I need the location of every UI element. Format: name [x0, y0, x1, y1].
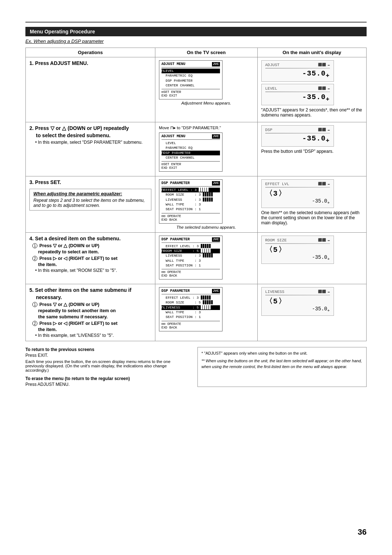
col-header-operations: Operations: [26, 48, 155, 57]
step-5-sub1: 1 Press ▽ or △ (DOWN or UP): [32, 302, 151, 307]
step-4-ud-num: -35.0+: [265, 254, 330, 262]
step-5-note: • In this example, set "LIVENESS" to "5"…: [35, 333, 151, 338]
erase-section: To erase the menu (to return to the regu…: [25, 376, 187, 387]
italic-box-title: When adjusting the parametric equalizer:: [33, 191, 147, 196]
circle-4-2: 2: [32, 256, 37, 261]
step-5-main: LIVENESS ⬛⬛ ▬ 〈5〉 -35.0+: [257, 284, 367, 341]
section-title: Menu Operating Procedure: [30, 29, 95, 34]
step-5-num: 5.: [29, 287, 35, 293]
step-4-sub2: 2 Press ▷ or ◁ (RIGHT or LEFT) to set: [32, 256, 151, 261]
tv-item-2-3: ⊓DSP PARAMETER: [162, 151, 220, 155]
step-5-sub1c: the same submenu if necessary.: [38, 314, 151, 319]
step-3-row: 3. Press SET. When adjusting the paramet…: [26, 176, 367, 232]
tv-item-2-2: PARAMETRIC EQ: [162, 146, 220, 150]
tv-item-3-4: WALL TYPE : 3: [162, 202, 220, 207]
step-1-tv-header: ADJUST MENU JVC: [162, 62, 220, 68]
bottom-notes-right: * "ADJUST" appears only when using the b…: [197, 347, 367, 387]
step-5-ud-angle: 〈5〉: [265, 296, 330, 306]
ud-divider-s3: [265, 187, 330, 188]
step-2-title2: to select the desired submenu.: [36, 132, 151, 138]
step-1-unit-display-2: LEVEL ⬛⬛ ▬ -35.0+: [261, 84, 334, 105]
tv-item-4-1: EFFECT LEVEL : 3 ▊▊▊▊▊: [162, 244, 220, 249]
step-3-ops: 3. Press SET. When adjusting the paramet…: [26, 176, 155, 232]
return-section: To return to the previous screens Press …: [25, 347, 187, 372]
tv-item-5-1: EFFECT LEVEL : 3 ▊▊▊▊▊: [162, 295, 220, 300]
step-4-main: ROOM SIZE ⬛⬛ ▬ 〈5〉 -35.0+: [257, 232, 367, 284]
tv-item-3-2: ROOM SIZE : 3 ▊▊▊▊▊: [162, 192, 220, 197]
tv-item-4-2: ⊓ROOM SIZE : 5 ▊▊▊▊▊: [162, 249, 220, 253]
tv-item-5-2: ROOM SIZE : 5 ▊▊▊▊▊: [162, 300, 220, 305]
jvc-badge-3: JVC: [212, 181, 220, 185]
step-1-tv: ADJUST MENU JVC ⊓LEVEL PARAMETRIC EQ DSP…: [155, 57, 257, 122]
step-1-row: 1. Press ADJUST MENU. ADJUST MENU JVC ⊓L…: [26, 57, 367, 122]
step-1-tv-screen: ADJUST MENU JVC ⊓LEVEL PARAMETRIC EQ DSP…: [159, 60, 222, 99]
asterisk-note-1: * "ADJUST" appears only when using the b…: [201, 350, 363, 356]
step-4-sub1b: repeatedly to select an item.: [38, 249, 151, 254]
step-4-row: 4. Set a desired item on the submenu. 1 …: [26, 232, 367, 284]
bottom-notes: To return to the previous screens Press …: [25, 347, 367, 387]
step-2-row: 2. Press ▽ or △ (DOWN or UP) repeatedly …: [26, 122, 367, 176]
step-3-title: 3. Press SET.: [29, 179, 151, 185]
step-2-tv: Move ⊓▸ to "DSP PARAMETER." ADJUST MENU …: [155, 122, 257, 176]
ud-divider-2: [265, 91, 330, 92]
step-3-unit-display: EFFECT LVL ⬛⬛ ▬ 〈3〉 -35.0+: [261, 179, 334, 208]
tv-item-4-3: LIVENESS : 3 ▊▊▊▊▊: [162, 253, 220, 258]
step-2-ud-num: -35.0+: [265, 134, 330, 144]
step-5-sub2: 2 Press ▷ or ◁ (RIGHT or LEFT) to set: [32, 321, 151, 326]
example-title: Ex. When adjusting a DSP parameter: [25, 38, 367, 44]
tv-item-2-1: LEVEL: [162, 141, 220, 146]
step-3-italic-box: When adjusting the parametric equalizer:…: [29, 189, 151, 211]
tv-item-3-1: ⊓EFFECT LEVEL : 3 ▊▊▊▊▊: [162, 188, 220, 192]
tv-item-5-3: ⊓LIVENESS : 5 ▊▊▊▊▊: [162, 305, 220, 310]
step-2-ops: 2. Press ▽ or △ (DOWN or UP) repeatedly …: [26, 122, 155, 176]
col-header-tv: On the TV screen: [155, 48, 257, 57]
ud-divider-s5: [265, 295, 330, 295]
step-1-ud-num: -35.0+: [265, 69, 330, 79]
asterisk-note-2: ** When using the buttons on the unit, t…: [201, 358, 363, 370]
step-2-tv-footer: ⊡SET ENTER EXD EXIT: [162, 161, 220, 170]
step-1-unit-display-1: ADJUST ⬛⬛ ▬ -35.0+: [261, 60, 334, 82]
step-4-num: 4.: [29, 236, 35, 241]
step-5-ud-num: -35.0+: [265, 306, 330, 313]
step-4-tv-screen: DSP PARAMETER JVC EFFECT LEVEL : 3 ▊▊▊▊▊…: [159, 236, 222, 279]
press-label: Press EXIT.: [25, 353, 48, 358]
bottom-notes-left: To return to the previous screens Press …: [25, 347, 187, 387]
step-1-num: 1.: [29, 60, 35, 66]
step-5-title: 5. Set other items on the same submenu i…: [29, 287, 151, 293]
step-3-tv-caption: The selected submenu appears.: [159, 225, 254, 229]
step-5-row: 5. Set other items on the same submenu i…: [26, 284, 367, 341]
tv-item-1-3: DSP PARAMETER: [162, 78, 220, 83]
step-4-ud-angle: 〈5〉: [265, 245, 330, 254]
main-table: Operations On the TV screen On the main …: [25, 48, 367, 341]
return-title: To return to the previous screens: [25, 347, 187, 352]
step-3-num: 3.: [29, 179, 35, 185]
step-5-sub2b: the item.: [38, 327, 151, 332]
tv-item-1-4: CENTER CHANNEL: [162, 83, 220, 88]
tv-item-2-4: CENTER CHANNEL: [162, 155, 220, 160]
step-4-note: • In this example, set "ROOM SIZE" to "5…: [35, 268, 151, 273]
step-3-ud-angle: 〈3〉: [265, 188, 330, 198]
circle-5-1: 1: [32, 302, 37, 307]
jvc-badge-5: JVC: [212, 289, 220, 293]
circle-5-2: 2: [32, 321, 37, 326]
step-5-tv: DSP PARAMETER JVC EFFECT LEVEL : 3 ▊▊▊▊▊…: [155, 284, 257, 341]
step-1-ud-num2: -35.0+: [265, 93, 330, 103]
step-3-tv-footer: ⊡⊡ OPERATE EXD BACK: [162, 213, 220, 222]
step-2-main-text: Press the button until "DSP" appears.: [261, 149, 363, 154]
step-1-ops: 1. Press ADJUST MENU.: [26, 57, 155, 122]
step-5-sub1b: repeatedly to select another item on: [38, 308, 151, 313]
tv-item-5-5: SEAT POSITION : 1: [162, 315, 220, 319]
step-2-move-text: Move ⊓▸ to "DSP PARAMETER.": [159, 125, 254, 130]
step-5-tv-screen: DSP PARAMETER JVC EFFECT LEVEL : 3 ▊▊▊▊▊…: [159, 287, 222, 331]
jvc-badge-1: JVC: [212, 62, 220, 66]
circle-4-1: 1: [32, 243, 37, 248]
tv-item-5-4: WALL TYPE : 3: [162, 310, 220, 315]
section-header: Menu Operating Procedure: [25, 27, 367, 36]
step-3-ud-num: -35.0+: [265, 198, 330, 205]
step-5-unit-display: LIVENESS ⬛⬛ ▬ 〈5〉 -35.0+: [261, 287, 334, 316]
step-5-title2: necessary.: [36, 294, 151, 300]
ud-divider-1: [265, 68, 330, 69]
return-desc: Each time you press the button, the on-s…: [25, 359, 187, 372]
step-2-num: 2.: [29, 125, 35, 131]
erase-title: To erase the menu (to return to the regu…: [25, 376, 187, 381]
